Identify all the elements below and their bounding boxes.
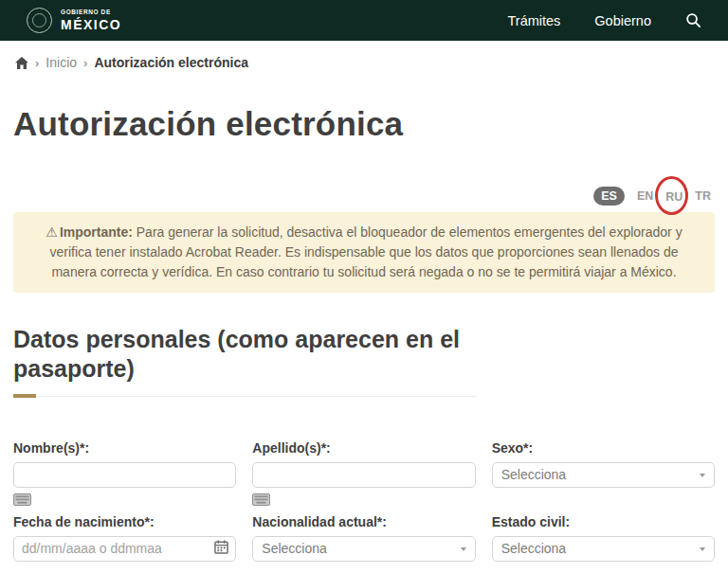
breadcrumb-separator: › (35, 56, 39, 70)
search-icon[interactable] (685, 12, 701, 28)
page-title: Autorización electrónica (13, 105, 715, 143)
important-alert: ⚠Importante: Para generar la solicitud, … (13, 212, 715, 293)
estado-civil-select[interactable]: Selecciona (492, 536, 715, 562)
section-datos-personales: Datos personales (como aparecen en el pa… (13, 325, 476, 397)
breadcrumb-inicio[interactable]: Inicio (46, 55, 77, 70)
chevron-down-icon (461, 547, 466, 551)
field-nacionalidad: Nacionalidad actual*: Selecciona (252, 514, 475, 562)
apellido-label: Apellido(s)*: (252, 440, 475, 456)
heading-accent-bar (13, 394, 36, 398)
field-fecha-nacimiento: Fecha de nacimiento*: (13, 514, 236, 562)
breadcrumb-current: Autorización electrónica (94, 55, 248, 70)
logo-text: GOBIERNO DE MÉXICO (61, 9, 121, 31)
sexo-select-value: Selecciona (501, 467, 567, 482)
lang-en[interactable]: EN (637, 189, 653, 203)
nav-gobierno[interactable]: Gobierno (594, 13, 651, 28)
nacionalidad-select[interactable]: Selecciona (252, 536, 475, 562)
nacionalidad-label: Nacionalidad actual*: (252, 514, 475, 529)
header-bar: GOBIERNO DE MÉXICO Trámites Gobierno (0, 0, 728, 41)
header-nav: Trámites Gobierno (507, 12, 701, 28)
logo-line2: MÉXICO (61, 18, 121, 31)
home-icon[interactable] (15, 57, 28, 69)
breadcrumb: › Inicio › Autorización electrónica (0, 41, 728, 70)
gobmx-logo[interactable]: GOBIERNO DE MÉXICO (27, 8, 121, 33)
nombre-input[interactable] (13, 462, 236, 488)
fecha-nacimiento-input-wrap (13, 536, 236, 562)
warning-icon: ⚠ (46, 224, 58, 240)
chevron-down-icon (700, 547, 705, 551)
virtual-keyboard-icon[interactable] (13, 492, 32, 510)
field-sexo: Sexo*: Selecciona (492, 440, 715, 510)
nacionalidad-select-value: Selecciona (262, 541, 327, 556)
fecha-nacimiento-input[interactable] (14, 537, 214, 561)
apellido-input[interactable] (252, 462, 475, 488)
fecha-nacimiento-label: Fecha de nacimiento*: (13, 514, 236, 529)
breadcrumb-separator: › (83, 56, 87, 70)
estado-civil-label: Estado civil: (492, 514, 715, 529)
field-apellido: Apellido(s)*: (252, 440, 475, 510)
personal-data-form: Nombre(s)*: Apellido(s)*: (13, 440, 715, 562)
lang-ru[interactable]: RU (665, 190, 682, 204)
nombre-label: Nombre(s)*: (13, 440, 236, 456)
calendar-icon[interactable] (214, 540, 228, 558)
alert-text: Para generar la solicitud, desactiva el … (49, 224, 682, 279)
section-title: Datos personales (como aparecen en el pa… (13, 325, 476, 385)
field-estado-civil: Estado civil: Selecciona (492, 514, 715, 562)
lang-es[interactable]: ES (593, 187, 625, 206)
logo-line1: GOBIERNO DE (61, 9, 121, 16)
estado-civil-select-value: Selecciona (501, 541, 567, 556)
field-nombre: Nombre(s)*: (13, 440, 236, 510)
lang-tr[interactable]: TR (695, 189, 711, 203)
chevron-down-icon (700, 474, 705, 477)
sexo-label: Sexo*: (492, 440, 715, 456)
virtual-keyboard-icon[interactable] (252, 492, 271, 510)
language-selector: ES EN RU TR (13, 187, 715, 206)
nav-tramites[interactable]: Trámites (507, 13, 560, 28)
alert-title: Importante: (60, 224, 133, 240)
mexico-seal-icon (27, 8, 52, 33)
sexo-select[interactable]: Selecciona (492, 462, 715, 488)
